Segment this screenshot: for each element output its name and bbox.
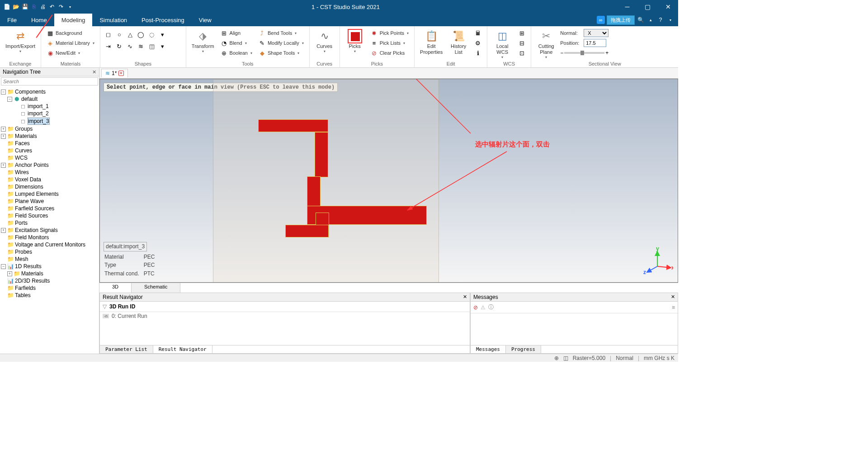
normal-select[interactable]: X <box>584 29 609 37</box>
tab-result-navigator[interactable]: Result Navigator <box>153 345 212 353</box>
menu-post-processing[interactable]: Post-Processing <box>134 14 192 26</box>
ribbon-toggle-icon[interactable]: ▴ <box>646 18 655 22</box>
filter-icon[interactable]: ▽ <box>103 303 107 310</box>
menu-file[interactable]: File <box>0 14 24 26</box>
maximize-button[interactable]: ▢ <box>637 0 658 14</box>
import-export-button[interactable]: ⇄ Import/Export ▾ <box>4 28 37 54</box>
increment-button[interactable]: + <box>605 50 609 56</box>
print-icon[interactable]: 🖨 <box>39 3 47 11</box>
tab-3d[interactable]: 3D <box>99 283 132 293</box>
calc-button[interactable]: 🖩 <box>472 28 483 38</box>
curves-button[interactable]: ∿ Curves ▾ <box>313 28 336 54</box>
tab-close-icon[interactable]: ✕ <box>118 71 124 76</box>
revolve-icon[interactable]: ↻ <box>115 42 124 51</box>
close-icon[interactable]: ✕ <box>463 294 467 300</box>
tab-progress[interactable]: Progress <box>506 345 541 353</box>
3d-viewport[interactable]: Select point, edge or face in main view … <box>99 79 678 283</box>
shell-icon[interactable]: ◫ <box>147 42 156 51</box>
doc-tab-1[interactable]: ≋ 1* ✕ <box>101 69 128 77</box>
clear-picks-button[interactable]: ⊘Clear Picks <box>369 48 410 58</box>
boolean-button[interactable]: ⊕Boolean▾ <box>219 48 254 58</box>
model-segment[interactable] <box>258 119 328 132</box>
shapes-dropdown-icon[interactable]: ▾ <box>158 30 167 39</box>
open-icon[interactable]: 📂 <box>12 3 20 11</box>
menu-view[interactable]: View <box>192 14 219 26</box>
edit-properties-button[interactable]: 📋 Edit Properties <box>418 28 444 56</box>
transform-button[interactable]: ⬗ Transform ▾ <box>190 28 216 54</box>
bend-tools-button[interactable]: ⤴Bend Tools▾ <box>257 28 306 38</box>
background-button[interactable]: ▦Background <box>45 28 96 38</box>
menu-modeling[interactable]: Modeling <box>54 14 93 26</box>
sweep-icon[interactable]: ∿ <box>126 42 135 51</box>
align-button[interactable]: ⊞Align <box>219 28 254 38</box>
sphere-shape-icon[interactable]: ○ <box>115 30 124 39</box>
info-button[interactable]: ℹ <box>472 48 483 58</box>
model-segment[interactable] <box>315 132 328 177</box>
wcs-opt1[interactable]: ⊞ <box>516 28 527 38</box>
copy-icon[interactable]: ⎘ <box>30 3 38 11</box>
ribbon-group-wcs: ◫ Local WCS ▾ ⊞ ⊟ ⊡ WCS <box>487 26 531 67</box>
blend-button[interactable]: ◔Blend▾ <box>219 38 254 48</box>
material-library-button[interactable]: ◈Material Library▾ <box>45 38 96 48</box>
upload-button[interactable]: 拖拽上传 <box>607 15 635 25</box>
cone-shape-icon[interactable]: △ <box>126 30 135 39</box>
tree-item-import3[interactable]: ◻import_3 <box>1 117 98 125</box>
new-icon[interactable]: 📄 <box>3 3 11 11</box>
folder-icon: 📁 <box>7 198 14 204</box>
cloud-icon[interactable]: ∞ <box>597 16 605 24</box>
list-icon[interactable]: ≡ <box>672 304 675 311</box>
wcs-opt2[interactable]: ⊟ <box>516 38 527 48</box>
shape-tools-button[interactable]: ◆Shape Tools▾ <box>257 48 306 58</box>
position-input[interactable] <box>584 39 606 47</box>
pick-points-button[interactable]: ✸Pick Points▾ <box>369 28 410 38</box>
run-id-header: 3D Run ID <box>109 303 135 310</box>
menu-simulation[interactable]: Simulation <box>92 14 134 26</box>
status-icon2[interactable]: ◫ <box>563 355 568 361</box>
save-icon[interactable]: 💾 <box>21 3 29 11</box>
minimize-button[interactable]: ─ <box>617 0 637 14</box>
result-row-0[interactable]: -n 0: Current Run <box>100 312 470 320</box>
close-button[interactable]: ✕ <box>658 0 678 14</box>
redo-icon[interactable]: ↷ <box>57 3 65 11</box>
menu-home[interactable]: Home <box>24 14 54 26</box>
qat-dropdown-icon[interactable]: ▾ <box>66 3 74 11</box>
cube-shape-icon[interactable]: ◻ <box>104 30 113 39</box>
pick-lists-button[interactable]: ≡Pick Lists▾ <box>369 38 410 48</box>
params-button[interactable]: ⚙ <box>472 38 483 48</box>
wcs-opt3[interactable]: ⊡ <box>516 48 527 58</box>
tab-messages[interactable]: Messages <box>471 345 506 353</box>
help-icon[interactable]: ? <box>656 17 665 23</box>
position-slider[interactable] <box>564 52 604 54</box>
cylinder-shape-icon[interactable]: ◯ <box>137 30 146 39</box>
error-icon[interactable]: ⊘ <box>473 304 478 311</box>
tab-schematic[interactable]: Schematic <box>132 283 180 293</box>
menubar: File Home Modeling Simulation Post-Proce… <box>0 14 678 26</box>
cutting-plane-button[interactable]: ✂ Cutting Plane ▾ <box>535 28 557 60</box>
torus-shape-icon[interactable]: ◌ <box>147 30 156 39</box>
shapes2-dropdown-icon[interactable]: ▾ <box>158 42 167 51</box>
undo-icon[interactable]: ↶ <box>48 3 56 11</box>
local-wcs-button[interactable]: ◫ Local WCS ▾ <box>491 28 514 60</box>
substrate-shape <box>213 79 439 283</box>
tab-parameter-list[interactable]: Parameter List <box>100 345 153 353</box>
help-dropdown-icon[interactable]: ▾ <box>666 18 675 22</box>
modify-locally-button[interactable]: ✎Modify Locally▾ <box>257 38 306 48</box>
nav-close-icon[interactable]: ✕ <box>92 69 96 75</box>
extrude-icon[interactable]: ⇥ <box>104 42 113 51</box>
navigation-tree[interactable]: −📁Components −⬢default ◻import_1 ◻import… <box>0 86 99 354</box>
loft-icon[interactable]: ≋ <box>137 42 146 51</box>
model-segment[interactable] <box>285 225 329 237</box>
new-edit-button[interactable]: ◉New/Edit▾ <box>45 48 96 58</box>
folder-icon: 📁 <box>7 227 14 233</box>
close-icon[interactable]: ✕ <box>671 294 675 300</box>
nav-search-input[interactable] <box>1 77 98 85</box>
info-icon[interactable]: ⓘ <box>488 303 494 311</box>
decrement-button[interactable]: − <box>560 50 563 56</box>
search-icon[interactable]: 🔍 <box>637 17 645 23</box>
picks-button[interactable]: Picks ▾ <box>344 28 366 54</box>
solid-icon: ◻ <box>19 118 27 124</box>
history-list-button[interactable]: 📜 History List <box>447 28 470 56</box>
status-icon[interactable]: ⊕ <box>554 355 559 361</box>
pick-points-icon: ✸ <box>371 29 378 37</box>
warning-icon[interactable]: ⚠ <box>481 304 486 311</box>
